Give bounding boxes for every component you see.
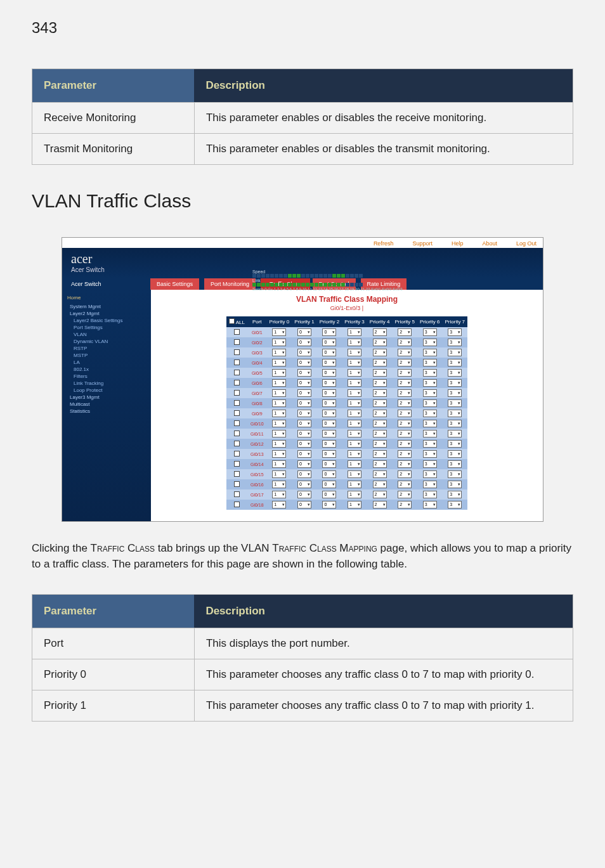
select-priority[interactable]: 2	[398, 450, 412, 458]
mapping-row-select[interactable]: 3	[443, 347, 468, 358]
select-priority[interactable]: 2	[373, 339, 387, 346]
sidebar-sub-item[interactable]: Loop Protect	[67, 387, 146, 394]
select-priority[interactable]: 3	[448, 389, 462, 397]
mapping-row-select[interactable]: 3	[417, 358, 443, 368]
mapping-row-select[interactable]: 3	[417, 398, 443, 408]
select-priority[interactable]: 2	[398, 410, 412, 417]
mapping-row-select[interactable]: 0	[317, 337, 342, 347]
mapping-row-select[interactable]: 3	[417, 439, 443, 449]
select-priority[interactable]: 1	[348, 328, 361, 336]
mapping-row-select[interactable]: 2	[367, 469, 393, 479]
select-priority[interactable]: 1	[348, 359, 361, 366]
select-priority[interactable]: 0	[322, 450, 336, 458]
mapping-row-select[interactable]: 0	[292, 429, 317, 439]
select-priority[interactable]: 3	[448, 349, 462, 356]
mapping-row-select[interactable]: 3	[417, 449, 443, 459]
mapping-row-select[interactable]: 0	[292, 500, 317, 510]
select-priority[interactable]: 1	[272, 369, 286, 377]
mapping-row-select[interactable]: 2	[367, 337, 393, 347]
sidebar-sub-item[interactable]: Filters	[67, 373, 146, 380]
select-priority[interactable]: 2	[373, 470, 387, 478]
mapping-row-select[interactable]: 1	[267, 368, 292, 378]
mapping-row-select[interactable]: 1	[342, 449, 367, 459]
sidebar-sub-item[interactable]: RSTP	[67, 345, 146, 352]
mapping-row-select[interactable]: 1	[342, 459, 367, 469]
mapping-row-select[interactable]: 0	[317, 439, 342, 449]
mapping-row-checkbox[interactable]	[226, 327, 247, 337]
mapping-row-select[interactable]: 1	[342, 408, 367, 418]
mapping-row-select[interactable]: 1	[267, 479, 292, 489]
mapping-row-select[interactable]: 3	[417, 469, 443, 479]
select-priority[interactable]: 3	[448, 410, 462, 417]
select-priority[interactable]: 0	[322, 420, 336, 427]
mapping-row-select[interactable]: 2	[367, 449, 393, 459]
select-priority[interactable]: 1	[272, 501, 286, 508]
select-priority[interactable]: 2	[373, 349, 387, 356]
mapping-row-select[interactable]: 0	[292, 358, 317, 368]
mapping-row-select[interactable]: 1	[342, 500, 367, 510]
select-priority[interactable]: 3	[448, 460, 462, 468]
mapping-row-select[interactable]: 1	[342, 439, 367, 449]
select-priority[interactable]: 1	[272, 339, 286, 346]
mapping-row-select[interactable]: 3	[443, 327, 468, 337]
sidebar-sub-item[interactable]: Layer2 Basic Settings	[67, 317, 146, 324]
checkbox-icon[interactable]	[234, 471, 240, 477]
select-priority[interactable]: 0	[322, 379, 336, 387]
mapping-row-select[interactable]: 3	[443, 500, 468, 510]
mapping-row-select[interactable]: 3	[417, 347, 443, 358]
mapping-row-select[interactable]: 2	[367, 327, 393, 337]
mapping-row-select[interactable]: 0	[317, 408, 342, 418]
select-priority[interactable]: 2	[373, 491, 387, 498]
mapping-row-select[interactable]: 2	[392, 408, 417, 418]
mapping-row-checkbox[interactable]	[226, 358, 247, 368]
select-priority[interactable]: 3	[423, 359, 437, 366]
mapping-row-select[interactable]: 2	[392, 500, 417, 510]
select-priority[interactable]: 2	[398, 359, 412, 366]
select-priority[interactable]: 1	[348, 389, 361, 397]
mapping-row-select[interactable]: 1	[267, 347, 292, 358]
checkbox-icon[interactable]	[234, 461, 240, 467]
select-priority[interactable]: 2	[373, 399, 387, 407]
sidebar-sub-item[interactable]: MSTP	[67, 352, 146, 359]
checkbox-icon[interactable]	[234, 390, 240, 396]
sidebar-sub-item[interactable]: Link Tracking	[67, 380, 146, 387]
checkbox-icon[interactable]	[234, 441, 240, 446]
select-priority[interactable]: 1	[272, 470, 286, 478]
checkbox-icon[interactable]	[234, 370, 240, 375]
mapping-row-select[interactable]: 2	[392, 347, 417, 358]
sidebar-sub-item[interactable]: Port Settings	[67, 324, 146, 331]
mapping-row-select[interactable]: 1	[267, 327, 292, 337]
select-priority[interactable]: 0	[297, 420, 311, 427]
link-about[interactable]: About	[482, 240, 497, 247]
mapping-row-select[interactable]: 1	[267, 358, 292, 368]
select-priority[interactable]: 2	[373, 328, 387, 336]
mapping-row-checkbox[interactable]	[226, 347, 247, 358]
select-priority[interactable]: 1	[348, 470, 361, 478]
select-priority[interactable]: 0	[297, 430, 311, 437]
mapping-row-select[interactable]: 0	[292, 398, 317, 408]
select-priority[interactable]: 0	[297, 399, 311, 407]
tab-port-monitoring[interactable]: Port Monitoring	[204, 278, 256, 290]
select-priority[interactable]: 2	[398, 420, 412, 427]
select-priority[interactable]: 1	[272, 410, 286, 417]
select-priority[interactable]: 0	[297, 450, 311, 458]
mapping-row-select[interactable]: 1	[342, 337, 367, 347]
mapping-row-select[interactable]: 1	[342, 469, 367, 479]
select-priority[interactable]: 1	[348, 379, 361, 387]
select-priority[interactable]: 2	[373, 420, 387, 427]
mapping-row-checkbox[interactable]	[226, 378, 247, 388]
mapping-row-select[interactable]: 2	[392, 368, 417, 378]
select-priority[interactable]: 0	[297, 491, 311, 498]
select-priority[interactable]: 0	[322, 470, 336, 478]
select-priority[interactable]: 0	[322, 430, 336, 437]
mapping-row-select[interactable]: 0	[292, 439, 317, 449]
select-priority[interactable]: 0	[322, 491, 336, 498]
select-priority[interactable]: 0	[322, 328, 336, 336]
select-priority[interactable]: 2	[373, 369, 387, 377]
select-priority[interactable]: 3	[448, 328, 462, 336]
mapping-row-select[interactable]: 3	[417, 489, 443, 500]
select-priority[interactable]: 3	[423, 379, 437, 387]
mapping-row-select[interactable]: 0	[292, 469, 317, 479]
mapping-row-select[interactable]: 1	[342, 418, 367, 429]
mapping-row-select[interactable]: 0	[317, 418, 342, 429]
